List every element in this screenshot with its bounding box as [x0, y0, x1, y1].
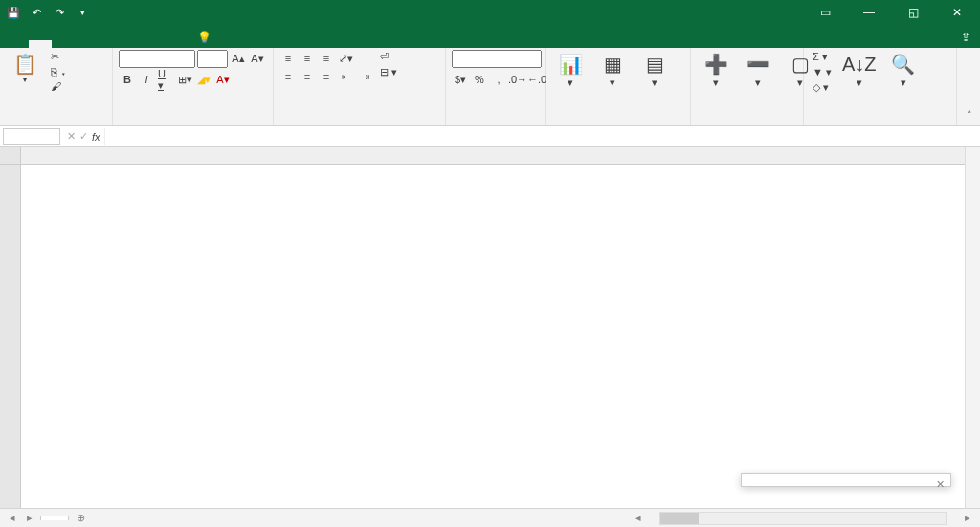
tell-me-input[interactable]: 💡	[189, 27, 223, 48]
insert-cells-button[interactable]: ➕▾	[697, 50, 735, 90]
insert-cells-icon: ➕	[704, 52, 728, 77]
minimize-icon[interactable]: —	[850, 0, 888, 25]
autosum-button[interactable]: Σ ▾	[810, 50, 835, 64]
sheet-tab-active[interactable]	[40, 516, 69, 520]
bold-button[interactable]: B	[119, 71, 136, 88]
merge-center-button[interactable]: ⊟ ▾	[377, 65, 400, 79]
wrap-text-button[interactable]: ⏎	[377, 50, 400, 64]
fill-color-button[interactable]: ◢▾	[195, 71, 212, 88]
enter-formula-icon[interactable]: ✓	[79, 130, 88, 143]
undo-icon[interactable]: ↶	[27, 3, 46, 22]
orientation-icon[interactable]: ⤢▾	[337, 50, 354, 67]
sheet-nav-prev-icon[interactable]: ◂	[6, 512, 19, 524]
decrease-decimal-icon[interactable]: ←.0	[528, 71, 546, 88]
border-button[interactable]: ⊞▾	[176, 71, 193, 88]
tab-page-layout[interactable]	[75, 40, 98, 48]
horizontal-scrollbar[interactable]	[659, 512, 947, 525]
currency-icon[interactable]: $▾	[452, 71, 469, 88]
underline-button[interactable]: U ▾	[157, 71, 174, 88]
align-center-icon[interactable]: ≡	[299, 68, 316, 85]
new-sheet-icon[interactable]: ⊕	[73, 512, 89, 524]
font-size-input[interactable]	[197, 50, 228, 68]
copy-button[interactable]: ⎘ ▾	[48, 65, 70, 78]
align-top-icon[interactable]: ≡	[279, 50, 297, 67]
percent-icon[interactable]: %	[471, 71, 488, 88]
tab-home[interactable]	[29, 40, 52, 48]
increase-font-icon[interactable]: A▴	[230, 51, 247, 68]
paste-button[interactable]: 📋▾	[6, 50, 44, 87]
tab-view[interactable]	[167, 40, 189, 48]
cell-styles-button[interactable]: ▤▾	[635, 50, 674, 90]
decrease-font-icon[interactable]: A▾	[249, 51, 266, 68]
align-left-icon[interactable]: ≡	[279, 68, 297, 85]
screenshot-toast: ✕	[741, 473, 951, 487]
row-headers	[0, 165, 21, 508]
decrease-indent-icon[interactable]: ⇤	[337, 68, 354, 85]
delete-cells-icon: ➖	[746, 52, 770, 77]
sort-icon: A↓Z	[842, 52, 877, 77]
sheet-nav-next-icon[interactable]: ▸	[23, 512, 36, 524]
clear-button[interactable]: ◇ ▾	[810, 80, 835, 95]
format-table-icon: ▦	[604, 52, 622, 77]
save-icon[interactable]: 💾	[4, 3, 23, 22]
align-middle-icon[interactable]: ≡	[299, 50, 316, 67]
font-color-button[interactable]: A▾	[214, 71, 232, 88]
tab-data[interactable]	[121, 40, 144, 48]
formula-input[interactable]	[104, 128, 980, 145]
font-name-input[interactable]	[119, 50, 195, 68]
format-painter-button[interactable]: 🖌	[48, 79, 70, 93]
tab-file[interactable]	[6, 40, 29, 48]
ribbon-options-icon[interactable]: ▭	[806, 0, 844, 25]
fill-button[interactable]: ▼ ▾	[810, 65, 835, 79]
find-icon: 🔍	[891, 52, 915, 77]
sheet-tab-bar: ◂ ▸ ⊕ ◂ ▸	[0, 508, 980, 527]
ribbon: 📋▾ ✂ ⎘ ▾ 🖌 A▴ A▾ B I U ▾ ⊞▾ ◢▾	[0, 48, 980, 126]
format-as-table-button[interactable]: ▦▾	[593, 50, 632, 90]
tab-review[interactable]	[144, 40, 167, 48]
collapse-ribbon-icon[interactable]: ˄	[959, 105, 980, 125]
column-headers	[0, 147, 965, 165]
increase-indent-icon[interactable]: ⇥	[356, 68, 373, 85]
close-icon[interactable]: ✕	[938, 0, 976, 25]
increase-decimal-icon[interactable]: .0→	[509, 71, 526, 88]
formula-bar: ✕ ✓ fx	[0, 126, 980, 147]
comma-icon[interactable]: ,	[490, 71, 507, 88]
cancel-formula-icon[interactable]: ✕	[67, 130, 76, 143]
cell-styles-icon: ▤	[646, 52, 664, 77]
paste-icon: 📋	[13, 52, 37, 77]
tab-formulas[interactable]	[98, 40, 121, 48]
worksheet-area: ✕	[0, 147, 980, 508]
qat-customize-icon[interactable]: ▾	[73, 3, 92, 22]
title-bar: 💾 ↶ ↷ ▾ ▭ — ◱ ✕	[0, 0, 980, 25]
italic-button[interactable]: I	[138, 71, 155, 88]
vertical-scrollbar[interactable]	[965, 147, 980, 508]
hscroll-left-icon[interactable]: ◂	[632, 512, 645, 524]
sort-filter-button[interactable]: A↓Z▾	[838, 50, 880, 90]
align-right-icon[interactable]: ≡	[318, 68, 335, 85]
cut-button[interactable]: ✂	[48, 50, 70, 64]
conditional-formatting-icon: 📊	[559, 52, 583, 77]
find-select-button[interactable]: 🔍▾	[884, 50, 923, 90]
ribbon-tabs: 💡 ⇪	[0, 25, 980, 48]
hscroll-right-icon[interactable]: ▸	[961, 512, 974, 524]
lightbulb-icon: 💡	[197, 31, 212, 44]
align-bottom-icon[interactable]: ≡	[318, 50, 335, 67]
fx-icon[interactable]: fx	[92, 131, 100, 143]
delete-cells-button[interactable]: ➖▾	[739, 50, 777, 90]
conditional-formatting-button[interactable]: 📊▾	[551, 50, 590, 90]
number-format-input[interactable]	[452, 50, 542, 68]
maximize-icon[interactable]: ◱	[894, 0, 932, 25]
toast-close-icon[interactable]: ✕	[936, 478, 945, 491]
tab-insert[interactable]	[52, 40, 75, 48]
redo-icon[interactable]: ↷	[50, 3, 69, 22]
name-box[interactable]	[3, 128, 60, 145]
share-button[interactable]: ⇪	[951, 27, 980, 48]
select-all-corner[interactable]	[0, 147, 21, 164]
